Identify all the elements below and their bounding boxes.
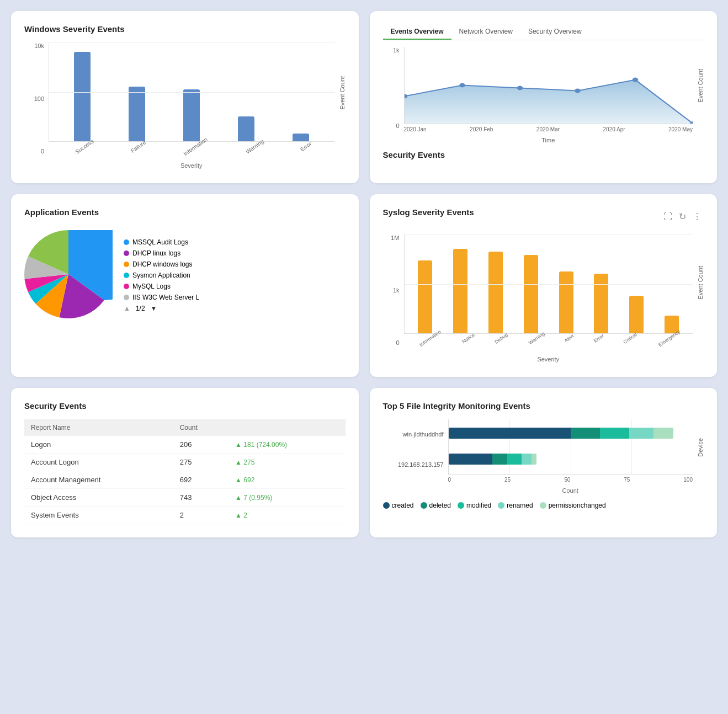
y-axis-label: Event Count bbox=[339, 76, 346, 110]
tab-events-overview[interactable]: Events Overview bbox=[383, 24, 451, 40]
legend-item-dhcp-windows: DHCP windows logs bbox=[124, 260, 199, 268]
y-tick: 1k bbox=[393, 47, 400, 54]
cell-trend: ▲ 181 (724.00%) bbox=[229, 436, 345, 454]
legend-item-mysql: MySQL Logs bbox=[124, 283, 199, 290]
table-row: Object Access 743 ▲ 7 (0.95%) bbox=[24, 489, 346, 507]
col-trend bbox=[229, 419, 345, 436]
cell-name: Object Access bbox=[24, 489, 173, 507]
pie-legend: MSSQL Audit Logs DHCP linux logs DHCP wi… bbox=[124, 238, 199, 312]
y-device-label: win-jldthuddhdf bbox=[403, 431, 444, 438]
legend-label: Sysmon Application bbox=[132, 271, 190, 279]
refresh-button[interactable]: ↻ bbox=[677, 210, 688, 223]
cell-name: Account Logon bbox=[24, 454, 173, 471]
table-row: System Events 2 ▲ 2 bbox=[24, 507, 346, 524]
legend-item-iis: IIS W3C Web Server L bbox=[124, 294, 199, 301]
x-tick: 2020 May bbox=[668, 126, 693, 132]
trend-value: ▲ 692 bbox=[235, 476, 254, 484]
legend-label: MySQL Logs bbox=[132, 283, 171, 290]
tab-security-overview[interactable]: Security Overview bbox=[520, 24, 589, 40]
file-integrity-card: Top 5 File Integrity Monitoring Events w… bbox=[370, 388, 718, 537]
legend-dot bbox=[124, 284, 129, 289]
y-tick: 0 bbox=[41, 148, 44, 154]
x-tick: 0 bbox=[448, 477, 451, 483]
x-tick: 50 bbox=[564, 477, 570, 483]
application-events-title: Application Events bbox=[24, 207, 346, 217]
legend-dot-created bbox=[383, 502, 390, 509]
y-tick: 1k bbox=[393, 287, 400, 294]
fullscreen-button[interactable]: ⛶ bbox=[661, 210, 674, 223]
legend-item-deleted: deleted bbox=[421, 502, 451, 509]
legend-item-created: created bbox=[383, 502, 414, 509]
tab-network-overview[interactable]: Network Overview bbox=[451, 24, 520, 40]
x-axis-label: Severity bbox=[537, 356, 559, 363]
col-report-name: Report Name bbox=[24, 419, 173, 436]
syslog-severity-card: Syslog Severity Events ⛶ ↻ ⋮ 1M 1k 0 bbox=[370, 194, 718, 377]
windows-severity-title: Windows Severity Events bbox=[24, 24, 346, 34]
y-axis-label: Device bbox=[697, 438, 704, 457]
security-events-table: Report Name Count Logon 206 ▲ 181 (724.0… bbox=[24, 419, 346, 524]
y-axis-label: Event Count bbox=[697, 69, 704, 103]
x-axis-label: Time bbox=[541, 137, 555, 143]
x-axis-label: Count bbox=[562, 487, 578, 494]
x-tick: 2020 Jan bbox=[404, 126, 427, 132]
y-axis-label: Event Count bbox=[697, 266, 704, 300]
pie-chart bbox=[24, 230, 113, 318]
legend-page-next[interactable]: ▼ bbox=[151, 305, 157, 312]
cell-count: 275 bbox=[173, 454, 229, 471]
legend-label: DHCP linux logs bbox=[132, 249, 180, 257]
legend-label-renamed: renamed bbox=[507, 502, 533, 509]
table-row: Logon 206 ▲ 181 (724.00%) bbox=[24, 436, 346, 454]
cell-trend: ▲ 7 (0.95%) bbox=[229, 489, 345, 507]
x-axis-label: Severity bbox=[180, 162, 203, 169]
x-tick: Alert bbox=[564, 333, 575, 344]
y-tick: 1M bbox=[391, 235, 399, 241]
svg-point-1 bbox=[459, 83, 465, 88]
legend-dot-deleted bbox=[421, 502, 427, 509]
syslog-card-actions: ⛶ ↻ ⋮ bbox=[661, 210, 704, 223]
trend-value: ▲ 275 bbox=[235, 459, 254, 466]
legend-item-sysmon: Sysmon Application bbox=[124, 271, 199, 279]
legend-page-prev: ▲ bbox=[124, 305, 130, 312]
cell-name: System Events bbox=[24, 507, 173, 524]
security-events-table-title: Security Events bbox=[24, 401, 346, 411]
legend-label-created: created bbox=[392, 502, 414, 509]
x-tick: 100 bbox=[683, 477, 693, 483]
legend-dot-permissionchanged bbox=[540, 502, 546, 509]
trend-value: ▲ 7 (0.95%) bbox=[235, 494, 272, 502]
security-events-subtitle: Security Events bbox=[383, 150, 704, 159]
events-overview-card: Events Overview Network Overview Securit… bbox=[370, 11, 718, 183]
events-tabs: Events Overview Network Overview Securit… bbox=[383, 24, 704, 40]
x-tick: 25 bbox=[504, 477, 511, 483]
legend-dot-modified bbox=[458, 502, 464, 509]
legend-item-dhcp-linux: DHCP linux logs bbox=[124, 249, 199, 257]
x-tick: 2020 Apr bbox=[603, 126, 625, 132]
y-tick: 100 bbox=[34, 95, 44, 102]
table-header-row: Report Name Count bbox=[24, 419, 346, 436]
y-tick: 0 bbox=[396, 122, 399, 129]
x-tick: 2020 Mar bbox=[536, 126, 560, 132]
legend-item-renamed: renamed bbox=[498, 502, 533, 509]
legend-label-permissionchanged: permissionchanged bbox=[549, 502, 606, 509]
cell-count: 206 bbox=[173, 436, 229, 454]
file-integrity-title: Top 5 File Integrity Monitoring Events bbox=[383, 401, 704, 411]
cell-name: Account Management bbox=[24, 471, 173, 489]
legend-dot bbox=[124, 251, 129, 256]
syslog-card-header: Syslog Severity Events ⛶ ↻ ⋮ bbox=[383, 207, 704, 226]
legend-label: DHCP windows logs bbox=[132, 260, 193, 268]
more-button[interactable]: ⋮ bbox=[690, 210, 704, 223]
y-tick: 0 bbox=[396, 339, 399, 346]
cell-count: 692 bbox=[173, 471, 229, 489]
x-tick: 75 bbox=[624, 477, 630, 483]
legend-label: IIS W3C Web Server L bbox=[132, 294, 199, 301]
x-tick: Notice bbox=[461, 332, 476, 345]
y-device-label: 192.168.213.157 bbox=[398, 461, 444, 468]
cell-trend: ▲ 2 bbox=[229, 507, 345, 524]
legend-dot bbox=[124, 295, 129, 300]
cell-trend: ▲ 275 bbox=[229, 454, 345, 471]
col-count: Count bbox=[173, 419, 229, 436]
cell-count: 743 bbox=[173, 489, 229, 507]
x-tick: 2020 Feb bbox=[470, 126, 493, 132]
cell-name: Logon bbox=[24, 436, 173, 454]
windows-severity-card: Windows Severity Events 10k 100 0 bbox=[11, 11, 359, 183]
dashboard: Windows Severity Events 10k 100 0 bbox=[11, 11, 717, 537]
